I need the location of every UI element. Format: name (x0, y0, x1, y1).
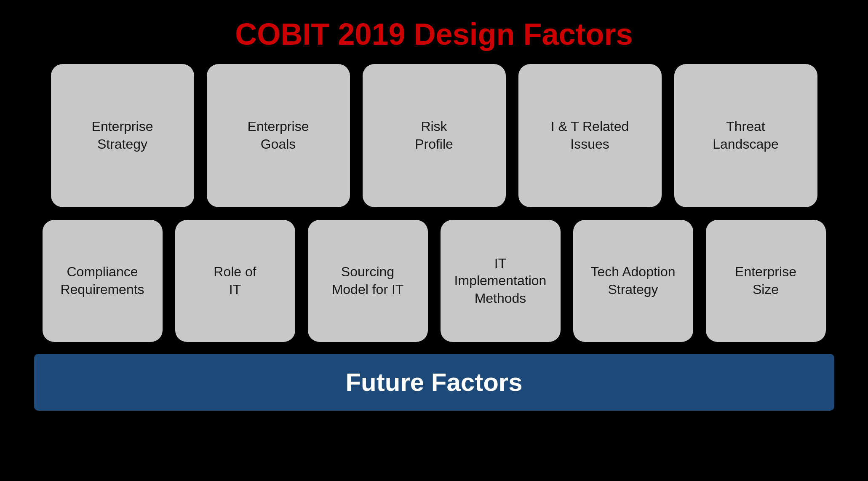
card-it-implementation-methods: IT Implementation Methods (441, 220, 561, 342)
card-threat-landscape: Threat Landscape (674, 64, 817, 207)
card-enterprise-strategy: Enterprise Strategy (51, 64, 194, 207)
page-title: COBIT 2019 Design Factors (235, 17, 633, 51)
card-enterprise-goals: Enterprise Goals (207, 64, 350, 207)
top-row: Enterprise StrategyEnterprise GoalsRisk … (43, 64, 826, 207)
future-factors-banner: Future Factors (34, 354, 834, 411)
card-it-related-issues: I & T Related Issues (518, 64, 662, 207)
card-compliance-requirements: Compliance Requirements (43, 220, 163, 342)
card-role-of-it: Role of IT (175, 220, 295, 342)
card-sourcing-model: Sourcing Model for IT (308, 220, 428, 342)
future-factors-label: Future Factors (345, 368, 522, 397)
card-enterprise-size: Enterprise Size (706, 220, 826, 342)
card-tech-adoption-strategy: Tech Adoption Strategy (573, 220, 693, 342)
card-risk-profile: Risk Profile (363, 64, 506, 207)
grid-container: Enterprise StrategyEnterprise GoalsRisk … (34, 64, 834, 342)
bottom-row: Compliance RequirementsRole of ITSourcin… (43, 220, 826, 342)
